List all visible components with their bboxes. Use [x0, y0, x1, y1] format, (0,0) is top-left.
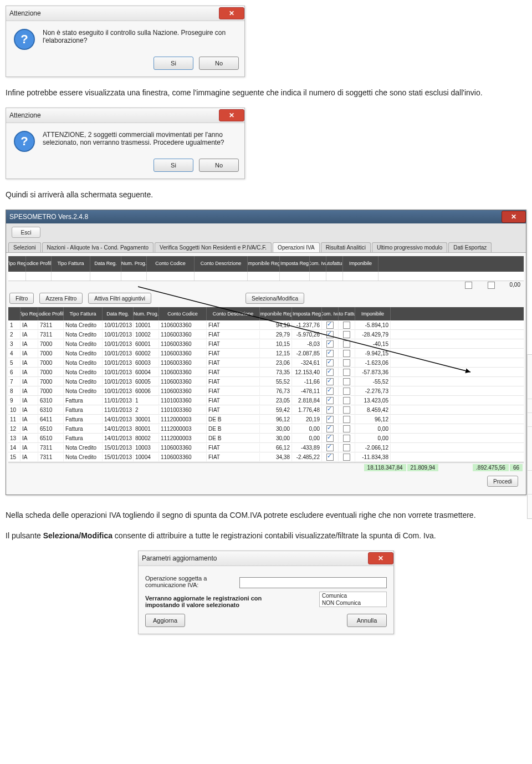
com-iva-checkbox[interactable] — [326, 340, 334, 348]
col-header[interactable]: Imponibile — [343, 256, 378, 272]
filter-cell[interactable] — [121, 272, 147, 281]
com-iva-checkbox[interactable] — [326, 369, 334, 376]
autofattura-checkbox[interactable] — [343, 416, 350, 423]
autofattura-checkbox[interactable] — [343, 340, 350, 348]
ctx-esporta-in-formato-testo[interactable]: Esporta in Formato Testo — [528, 449, 532, 459]
table-row[interactable]: 2IA7311Nota Credito10/01/201310002110600… — [8, 330, 524, 339]
close-icon[interactable]: ✕ — [502, 211, 526, 223]
com-iva-checkbox[interactable] — [326, 359, 334, 366]
combo-open-list[interactable]: Comunica NON Comunica — [319, 592, 387, 607]
close-icon[interactable]: ✕ — [219, 7, 244, 19]
autofattura-checkbox[interactable] — [343, 350, 350, 357]
no-button[interactable]: No — [199, 57, 239, 70]
table-row[interactable]: 3IA7000Nota Credito10/01/201360001110600… — [8, 339, 524, 349]
table-row[interactable]: 12IA6510Fattura14/01/2013800011112000003… — [8, 424, 524, 434]
autofattura-checkbox[interactable] — [343, 369, 350, 376]
close-icon[interactable]: ✕ — [219, 109, 244, 121]
com-iva-checkbox[interactable] — [326, 435, 334, 442]
table-row[interactable]: 15IA7311Nota Credito15/01/20131000411060… — [8, 452, 524, 462]
filter-cell[interactable] — [248, 272, 280, 281]
com-iva-checkbox[interactable] — [326, 378, 334, 385]
autofattura-checkbox[interactable] — [343, 331, 350, 338]
col-header[interactable]: Conto Descrizione — [195, 256, 248, 272]
autofattura-checkbox[interactable] — [343, 406, 350, 414]
com-iva-checkbox[interactable] — [326, 331, 334, 338]
close-icon[interactable]: ✕ — [368, 552, 393, 564]
col-header[interactable]: Num. Prog. — [134, 307, 159, 320]
table-row[interactable]: 9IA6310Fattura11/01/201311101003360FIAT2… — [8, 396, 524, 405]
autofattura-checkbox[interactable] — [343, 444, 350, 451]
autofattura-checkbox[interactable] — [343, 454, 350, 461]
com-iva-checkbox[interactable] — [326, 322, 334, 329]
tab-selezioni[interactable]: Selezioni — [8, 242, 41, 252]
ctx-esporta-in-formato-html[interactable]: Esporta in Formato Html — [528, 439, 532, 449]
autofattura-checkbox[interactable] — [343, 397, 350, 404]
no-button[interactable]: No — [199, 159, 239, 172]
ctx-esporta-in-formato-msexcel[interactable]: Esporta in Formato MsExcel — [528, 429, 532, 439]
seleziona-modifica-button[interactable]: Seleziona/Modifica — [245, 293, 304, 304]
col-header[interactable]: Auto Fattura — [339, 307, 355, 320]
ctx-seleziona-tutto[interactable]: Seleziona Tutto — [528, 401, 532, 411]
esci-button[interactable]: Esci — [12, 227, 40, 238]
si-button[interactable]: Si — [154, 159, 193, 172]
table-row[interactable]: 7IA7000Nota Credito10/01/201360005110600… — [8, 377, 524, 386]
table-row[interactable]: 11IA6411Fattura14/01/2013300011112000003… — [8, 415, 524, 424]
col-header[interactable]: Data Reg. — [90, 256, 121, 272]
ctx-stampa[interactable]: Stampa — [528, 472, 532, 482]
filter-cell[interactable] — [195, 272, 248, 281]
si-button[interactable]: Si — [154, 57, 193, 70]
opt-comunica[interactable]: Comunica — [320, 592, 386, 599]
col-header[interactable]: Tipo Reg. — [21, 307, 38, 320]
filter-cell[interactable] — [90, 272, 121, 281]
col-header[interactable]: Imponibile Reg — [260, 307, 292, 320]
com-iva-checkbox[interactable] — [326, 397, 334, 404]
annulla-button[interactable]: Annulla — [347, 614, 387, 627]
filter-cell[interactable] — [326, 272, 343, 281]
autofattura-checkbox[interactable] — [343, 378, 350, 385]
col-header[interactable]: Tipo Reg. — [8, 256, 26, 272]
col-header[interactable]: Codice Profilo — [26, 256, 52, 272]
col-header[interactable]: Conto Codice — [159, 307, 207, 320]
table-row[interactable]: 10IA6310Fattura11/01/201321101003360FIAT… — [8, 405, 524, 415]
col-header[interactable]: Data Reg. — [103, 307, 134, 320]
col-header[interactable] — [8, 307, 21, 320]
filter-cell[interactable] — [343, 272, 378, 281]
autofattura-checkbox[interactable] — [343, 359, 350, 366]
tab-operazioni-iva[interactable]: Operazioni IVA — [273, 242, 320, 252]
com-iva-checkbox[interactable] — [326, 416, 334, 423]
tab-risultati-analitici[interactable]: Risultati Analitici — [321, 242, 371, 252]
aggiorna-button[interactable]: Aggiorna — [145, 614, 185, 627]
tab-dati-esportaz[interactable]: Dati Esportaz — [448, 242, 492, 252]
col-header[interactable]: Codice Profilo — [38, 307, 64, 320]
tab-verifica-soggetti-no[interactable]: Verifica Soggetti Non Residenti e P.IVA/… — [155, 242, 272, 252]
azzera-filtro-button[interactable]: Azzera Filtro — [39, 293, 83, 304]
checkbox-icon[interactable] — [465, 282, 472, 289]
table-row[interactable]: 4IA7000Nota Credito10/01/201360002110600… — [8, 349, 524, 358]
ctx-abilita-filtri[interactable]: Abilita Filtri — [528, 415, 532, 425]
col-header[interactable]: Autofattura — [326, 256, 343, 272]
attiva-filtri-button[interactable]: Attiva Filtri aggiuntivi — [88, 293, 151, 304]
autofattura-checkbox[interactable] — [343, 435, 350, 442]
table-row[interactable]: 1IA7311Nota Credito10/01/201310001110600… — [8, 320, 524, 330]
autofattura-checkbox[interactable] — [343, 322, 350, 329]
col-header[interactable]: Num. Prog. — [121, 256, 147, 272]
filter-cell[interactable] — [147, 272, 195, 281]
filter-cell[interactable] — [52, 272, 90, 281]
col-header[interactable]: Imponibile — [355, 307, 391, 320]
col-header[interactable]: Tipo Fattura — [52, 256, 90, 272]
filter-cell[interactable] — [310, 272, 326, 281]
table-row[interactable]: 14IA7311Nota Credito15/01/20131000311060… — [8, 443, 524, 452]
com-iva-checkbox[interactable] — [326, 444, 334, 451]
filter-cell[interactable] — [280, 272, 310, 281]
col-header[interactable]: Conto Descrizione — [207, 307, 260, 320]
col-header[interactable]: Imposta Reg — [280, 256, 310, 272]
tab-nazioni-aliquote-iva[interactable]: Nazioni - Aliquote Iva - Cond. Pagamento — [42, 242, 154, 252]
com-iva-checkbox[interactable] — [326, 350, 334, 357]
col-header[interactable]: Com. Iva — [322, 307, 339, 320]
table-row[interactable]: 5IA7000Nota Credito10/01/201360003110600… — [8, 358, 524, 368]
table-row[interactable]: 8IA7000Nota Credito10/01/201360006110600… — [8, 386, 524, 396]
col-header[interactable]: Com. Iva — [310, 256, 326, 272]
table-row[interactable]: 13IA6510Fattura14/01/2013800021112000003… — [8, 434, 524, 443]
opt-non-comunica[interactable]: NON Comunica — [320, 599, 386, 607]
ctx-incolla[interactable]: Incolla — [528, 377, 532, 387]
